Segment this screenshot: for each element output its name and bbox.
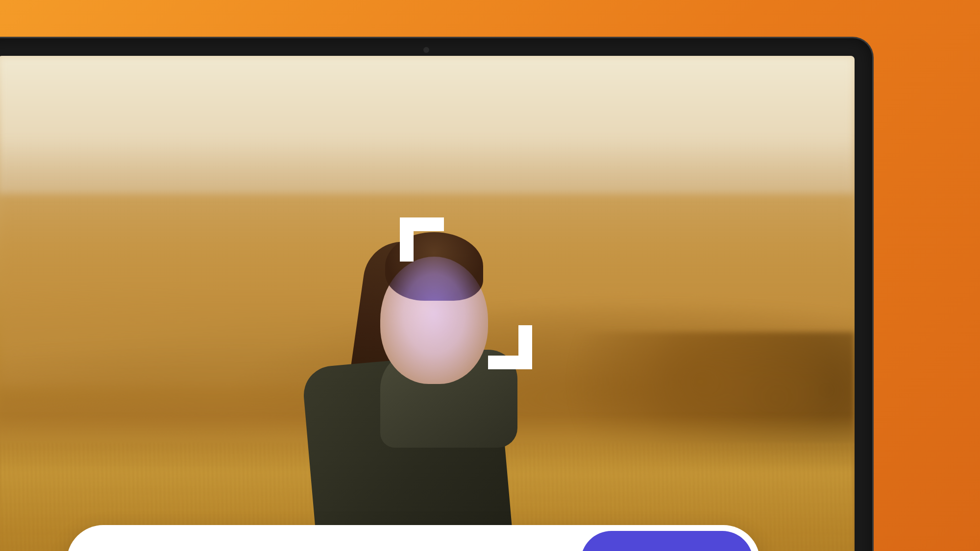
generate-button[interactable]: Generate — [581, 531, 753, 551]
laptop-camera-icon — [423, 47, 429, 53]
face-selection-highlight — [380, 257, 488, 384]
prompt-input[interactable] — [96, 546, 581, 551]
prompt-bar: Generate — [67, 525, 760, 551]
laptop-frame: Generate — [0, 38, 872, 551]
photo-subject — [282, 193, 537, 551]
app-canvas[interactable]: Generate — [0, 56, 855, 551]
photo-content — [0, 56, 855, 551]
